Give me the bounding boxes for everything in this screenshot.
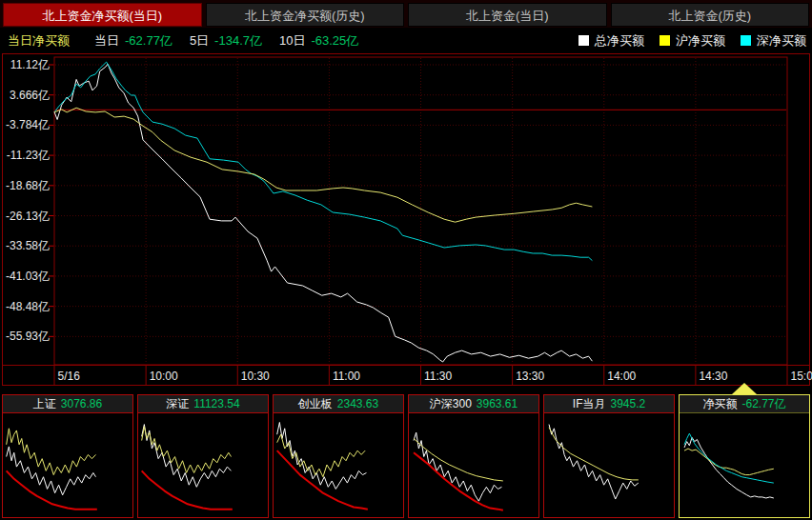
series-沪净买额 [54,108,592,222]
mini-chart-if-futures [545,414,673,515]
mini-chart-shenzhen [139,414,267,515]
stat-10day-value: -63.25亿 [311,32,358,50]
legend-item-sh: 沪净买额 [660,32,725,50]
x-axis-label: 14:00 [607,370,636,383]
mini-chart-net-buy [680,414,808,515]
legend-total-label: 总净买额 [595,32,644,50]
y-axis-label: 11.12亿 [10,58,50,71]
panel-header: 沪深300 3963.61 [409,395,538,413]
x-axis-label: 10:30 [241,370,270,383]
stat-today-value: -62.77亿 [125,32,173,50]
mini-series-sh [684,449,774,475]
y-axis-label: 3.666亿 [10,89,50,102]
panel-value: 3076.86 [61,397,102,410]
tab-northbound-history[interactable]: 北上资金(历史) [611,3,810,27]
x-axis-label: 15:00 [791,370,812,383]
y-axis-label: -33.58亿 [6,239,50,252]
series-总净买额 [54,64,592,362]
panel-chinext-index[interactable]: 创业板 2343.63 [273,394,404,518]
info-bar: 当日净买额 当日 -62.77亿 5日 -134.7亿 10日 -63.25亿 … [0,28,812,53]
stat-5day-label: 5日 [190,32,209,50]
mini-series-avg [7,429,96,475]
panel-header: IF当月 3945.2 [544,395,674,413]
mini-series-price [549,425,639,499]
panel-value: 11123.54 [193,397,239,410]
legend-item-sz: 深净买额 [741,32,806,50]
y-axis-label: -18.68亿 [6,179,50,192]
mini-series-price [142,425,232,488]
panel-shanghai-index[interactable]: 上证 3076.86 [2,394,133,518]
panel-value: 3945.2 [610,397,645,410]
legend-item-total: 总净买额 [579,32,644,50]
panel-if-futures[interactable]: IF当月 3945.2 [543,394,675,518]
tab-northbound-net-history[interactable]: 北上资金净买额(历史) [206,3,405,27]
y-axis-label: -11.23亿 [7,149,50,162]
stat-today-label: 当日 [94,32,119,50]
mini-chart-shanghai [4,414,132,515]
legend: 总净买额 沪净买额 深净买额 [579,32,806,50]
panel-header: 创业板 2343.63 [274,395,403,413]
sz-net-swatch-icon [741,35,751,46]
series-深净买额 [54,62,592,261]
tab-northbound-net-today[interactable]: 北上资金净买额(当日) [3,3,202,27]
x-axis-label: 14:30 [699,370,727,383]
main-chart[interactable]: 11.12亿3.666亿-3.784亿-11.23亿-18.68亿-26.13亿… [0,53,812,387]
y-axis-label: -3.784亿 [6,118,50,131]
mini-series-price [414,432,501,501]
x-axis-label: 10:00 [150,370,178,383]
panel-label: 上证 [33,396,56,412]
tab-bar: 北上资金净买额(当日) 北上资金净买额(历史) 北上资金(当日) 北上资金(历史… [0,0,812,28]
mini-series-price [7,447,96,495]
stat-5day-value: -134.7亿 [214,32,262,50]
panel-csi300-index[interactable]: 沪深300 3963.61 [408,394,539,518]
main-chart-canvas: 11.12亿3.666亿-3.784亿-11.23亿-18.68亿-26.13亿… [0,53,812,387]
legend-sh-label: 沪净买额 [676,32,725,50]
panel-label: 创业板 [298,396,333,412]
mini-chart-csi300 [410,414,538,515]
chart-title: 当日净买额 [8,32,70,50]
x-axis-label: 13:30 [516,370,544,383]
panel-label: 深证 [166,396,189,412]
panel-label: 净买额 [702,396,737,412]
panel-shenzhen-index[interactable]: 深证 11123.54 [137,394,269,518]
mini-series-avg [414,438,503,481]
stat-10day-label: 10日 [279,32,305,50]
panel-header: 上证 3076.86 [3,395,132,413]
panel-value: 2343.63 [337,397,378,410]
mini-panel-row: 上证 3076.86 深证 11123.54 创业板 2343.63 沪深300… [0,394,812,518]
mini-chart-chinext [274,414,402,515]
x-axis-label: 11:00 [333,370,360,383]
panel-label: IF当月 [573,396,606,412]
stat-10day: 10日 -63.25亿 [279,32,358,50]
app-window: 北上资金净买额(当日) 北上资金净买额(历史) 北上资金(当日) 北上资金(历史… [0,0,812,520]
x-axis-label: 5/16 [58,370,81,383]
mini-series-netflow [414,452,503,510]
mini-series-total [684,437,774,498]
y-axis-label: -41.03亿 [6,270,50,283]
y-axis-label: -26.13亿 [6,210,50,223]
panel-header: 深证 11123.54 [138,395,268,413]
panel-value: 3963.61 [477,397,518,410]
y-axis-label: -55.93亿 [6,330,50,343]
mini-series-netflow [142,470,233,509]
y-axis-label: -48.48亿 [6,300,50,313]
total-net-swatch-icon [579,35,589,46]
mini-series-avg [549,428,639,480]
stat-5day: 5日 -134.7亿 [190,32,262,50]
panel-header: 净买额 -62.77亿 [680,395,809,413]
tab-northbound-today[interactable]: 北上资金(当日) [408,3,607,27]
x-axis-label: 11:30 [424,370,452,383]
mini-series-netflow [7,470,97,509]
mini-series-avg [142,427,232,473]
sh-net-swatch-icon [660,35,670,46]
panel-label: 沪深300 [430,396,472,412]
panel-value: -62.77亿 [741,396,785,412]
stat-today: 当日 -62.77亿 [94,32,173,50]
selected-panel-marker-icon [732,383,757,394]
panel-net-buy-amount[interactable]: 净买额 -62.77亿 [679,394,810,518]
legend-sz-label: 深净买额 [757,32,806,50]
